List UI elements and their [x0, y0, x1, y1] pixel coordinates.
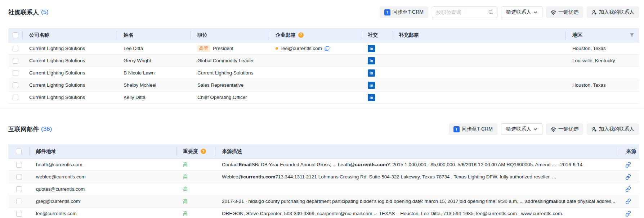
social-cell: in [361, 82, 392, 89]
company-cell: Current Lighting Solutions [23, 70, 117, 76]
sync-tcrm-button[interactable]: T 同步至T-CRM [380, 6, 428, 18]
social-table-body: Current Lighting SolutionsLee Ditta高管Pre… [8, 42, 639, 104]
email-status-dot [276, 47, 278, 50]
column-importance: 重要度 ? [176, 147, 215, 156]
filter-contacts-button[interactable]: 筛选联系人 [501, 6, 542, 18]
row-checkbox[interactable] [16, 199, 22, 204]
social-title-text: 社媒联系人 [8, 8, 39, 17]
company-cell: Current Lighting Solutions [23, 46, 117, 51]
company-cell: Current Lighting Solutions [23, 58, 117, 63]
source-link-icon[interactable] [625, 199, 631, 204]
name-cell: Gerry Wright [117, 58, 191, 63]
row-checkbox[interactable] [13, 46, 18, 51]
column-region: 地区 [566, 31, 639, 40]
add-to-my-contacts-button-2[interactable]: 加入我的联系人 [587, 123, 639, 135]
linkedin-icon[interactable]: in [368, 94, 375, 101]
job-title-cell: Chief Operating Officer [191, 95, 269, 100]
social-table-header: 公司名称 姓名 职位 企业邮箱 ? 社交 补充邮箱 地区 [8, 28, 639, 42]
source-cell [617, 186, 639, 192]
position-search-input[interactable] [436, 9, 488, 15]
one-click-optimize-button[interactable]: 一键优选 [546, 6, 583, 18]
email-address-cell: lee@currentls.com [30, 211, 176, 216]
job-title-cell: Sales Representative [191, 82, 269, 88]
one-click-optimize-button-2[interactable]: 一键优选 [546, 123, 583, 135]
email-address-cell: greg@currentls.com [30, 199, 176, 204]
section-divider [0, 108, 644, 108]
internet-emails-section: 互联网邮件 (36) T 同步至T-CRM 筛选联系人 [0, 123, 644, 218]
email-address-cell: heath@currentls.com [30, 162, 176, 167]
sync-tcrm-button-2[interactable]: T 同步至T-CRM [449, 123, 497, 135]
column-social: 社交 [361, 31, 392, 40]
email-count: (36) [41, 126, 52, 133]
select-all-checkbox[interactable] [16, 149, 22, 154]
name-cell: B Nicole Lawn [117, 70, 191, 76]
source-link-icon[interactable] [625, 162, 631, 168]
email-address-cell: quotes@currentls.com [30, 186, 176, 192]
row-checkbox[interactable] [13, 70, 18, 76]
social-contacts-section: 社媒联系人 (5) T 同步至T-CRM 筛选联系人 [0, 6, 644, 104]
linkedin-icon[interactable]: in [368, 57, 375, 64]
social-table-row: Current Lighting SolutionsB Nicole LawnC… [8, 67, 639, 79]
contacts-page: 社媒联系人 (5) T 同步至T-CRM 筛选联系人 [0, 6, 644, 218]
email-table-row: quotes@currentls.com高 [8, 183, 639, 195]
tcrm-icon: T [453, 126, 460, 132]
name-cell: Shelby McNeel [117, 82, 191, 88]
filter-icon[interactable] [630, 33, 634, 37]
linkedin-icon[interactable]: in [368, 82, 375, 89]
email-help-icon[interactable]: ? [298, 32, 304, 38]
select-all-header-cell [8, 31, 23, 40]
region-cell: Louisville, Kentucky [566, 58, 639, 63]
filter-contacts-button-2[interactable]: 筛选联系人 [501, 123, 542, 135]
copy-icon[interactable] [325, 46, 330, 51]
email-table-row: lee@currentls.com高OREGON, Steve Carpente… [8, 208, 639, 218]
linkedin-icon[interactable]: in [368, 69, 375, 77]
importance-help-icon[interactable]: ? [201, 149, 206, 154]
email-title-text: 互联网邮件 [8, 125, 39, 133]
column-source: 来源 [617, 147, 639, 156]
source-description-cell: Contact Email SB/ DB Year Founded Annual… [215, 162, 617, 167]
source-link-icon[interactable] [625, 211, 631, 217]
company-email-cell: lee@currentls.com [269, 46, 361, 51]
tcrm-icon: T [384, 9, 390, 15]
source-link-icon[interactable] [625, 174, 631, 180]
person-add-icon [591, 127, 597, 132]
source-description-cell: Weblee@currentls.com 713.344.1311 2121 L… [215, 174, 617, 180]
source-description-cell: 2017-3-21 · hidalgo county purchasing de… [215, 199, 617, 204]
social-count: (5) [41, 9, 49, 16]
email-table-row: heath@currentls.com高Contact Email SB/ DB… [8, 159, 639, 171]
row-checkbox[interactable] [16, 211, 22, 217]
job-title-cell: Current Lighting Solutions [191, 70, 269, 76]
social-table-row: Current Lighting SolutionsLee Ditta高管Pre… [8, 42, 639, 55]
row-checkbox[interactable] [16, 186, 22, 192]
importance-cell: 高 [176, 210, 215, 217]
chevron-down-icon [533, 10, 537, 14]
row-checkbox[interactable] [13, 58, 18, 64]
social-cell: in [361, 69, 392, 77]
add-to-my-contacts-button[interactable]: 加入我的联系人 [587, 6, 639, 18]
premium-select-icon [551, 10, 556, 15]
column-email: 企业邮箱 ? [269, 31, 361, 40]
email-address-cell: weblee@currentls.com [30, 174, 176, 180]
person-add-icon [591, 10, 597, 15]
linkedin-icon[interactable]: in [368, 45, 375, 52]
social-contacts-table: 公司名称 姓名 职位 企业邮箱 ? 社交 补充邮箱 地区 [8, 28, 639, 104]
email-table-body: heath@currentls.com高Contact Email SB/ DB… [8, 159, 639, 218]
executive-badge: 高管 [197, 45, 210, 52]
position-search [432, 6, 497, 18]
search-icon[interactable] [488, 9, 494, 15]
row-checkbox[interactable] [13, 82, 18, 88]
row-checkbox[interactable] [13, 95, 18, 100]
row-checkbox[interactable] [16, 174, 22, 180]
select-all-header-cell [8, 147, 30, 156]
company-cell: Current Lighting Solutions [23, 82, 117, 88]
social-cell: in [361, 45, 392, 52]
social-toolbar: T 同步至T-CRM 筛选联系人 [380, 6, 639, 18]
select-all-checkbox[interactable] [13, 32, 18, 38]
column-title: 职位 [191, 31, 269, 40]
source-link-icon[interactable] [625, 186, 631, 192]
internet-emails-table: 邮件地址 重要度 ? 来源描述 来源 heath@currentls.com高C… [8, 144, 639, 218]
chevron-down-icon [533, 127, 537, 131]
row-checkbox[interactable] [16, 162, 22, 168]
column-description: 来源描述 [215, 147, 617, 156]
region-cell: Houston, Texas [566, 46, 639, 51]
